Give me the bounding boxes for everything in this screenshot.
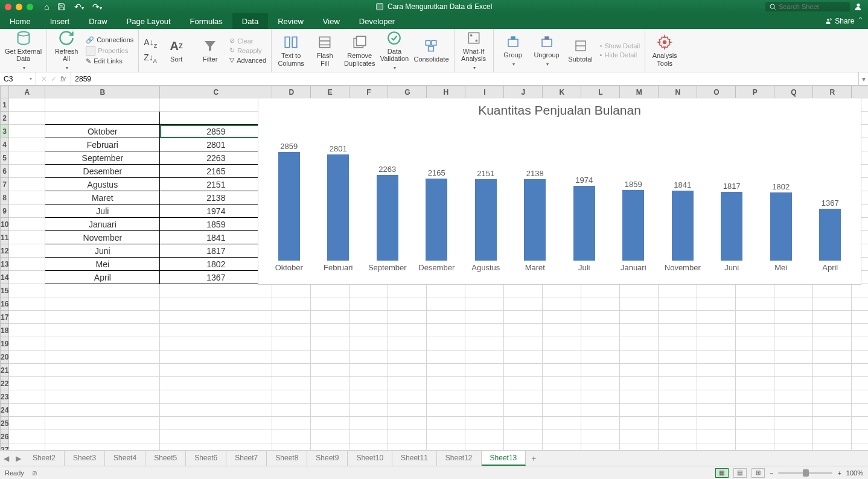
- cell[interactable]: [311, 324, 349, 337]
- what-if-button[interactable]: What-If Analysis: [459, 30, 488, 71]
- cell[interactable]: [9, 231, 45, 244]
- cell[interactable]: [9, 417, 45, 430]
- cell[interactable]: [427, 404, 465, 417]
- cell[interactable]: [272, 364, 311, 377]
- cell[interactable]: [852, 377, 868, 390]
- sort-desc-button[interactable]: Z↓A: [144, 52, 157, 64]
- cell[interactable]: [349, 324, 388, 337]
- cell[interactable]: [581, 351, 620, 364]
- cell[interactable]: [160, 417, 272, 430]
- cell[interactable]: [504, 417, 543, 430]
- cell[interactable]: [620, 364, 659, 377]
- cell[interactable]: [813, 284, 852, 297]
- cell[interactable]: [272, 284, 311, 297]
- cell[interactable]: [736, 364, 774, 377]
- cell[interactable]: [581, 297, 620, 311]
- row-header[interactable]: 15: [1, 284, 9, 297]
- cell[interactable]: [852, 443, 868, 451]
- cell[interactable]: [774, 443, 813, 451]
- tab-view[interactable]: View: [313, 13, 349, 29]
- cell[interactable]: [852, 404, 868, 417]
- cell[interactable]: [620, 417, 659, 430]
- cell[interactable]: [388, 364, 427, 377]
- cell[interactable]: [774, 417, 813, 430]
- add-sheet-button[interactable]: +: [526, 454, 541, 463]
- cell[interactable]: [349, 390, 388, 404]
- cell[interactable]: Desember: [45, 165, 160, 178]
- cell[interactable]: [852, 297, 868, 311]
- cell[interactable]: Mei: [45, 258, 160, 271]
- cell[interactable]: 2138: [160, 191, 272, 205]
- cell[interactable]: [9, 390, 45, 404]
- cell[interactable]: [543, 390, 581, 404]
- cell[interactable]: [9, 324, 45, 337]
- cell[interactable]: [697, 390, 736, 404]
- chart-bar[interactable]: 2263: [363, 165, 412, 261]
- cell[interactable]: [659, 351, 697, 364]
- cell[interactable]: [465, 364, 504, 377]
- sheet-tab-sheet4[interactable]: Sheet4: [105, 451, 145, 466]
- cell[interactable]: [620, 430, 659, 443]
- cell[interactable]: [9, 430, 45, 443]
- cell[interactable]: [160, 430, 272, 443]
- cell[interactable]: [543, 337, 581, 351]
- cell[interactable]: [272, 390, 311, 404]
- cell[interactable]: [697, 404, 736, 417]
- cell[interactable]: [736, 337, 774, 351]
- column-header[interactable]: A: [9, 86, 45, 98]
- cell[interactable]: [543, 311, 581, 324]
- cell[interactable]: 2165: [160, 165, 272, 178]
- cell[interactable]: [272, 377, 311, 390]
- cell[interactable]: [9, 112, 45, 125]
- chart-bar[interactable]: 1817: [707, 182, 756, 261]
- cell[interactable]: [160, 337, 272, 351]
- sheet-tab-sheet11[interactable]: Sheet11: [392, 451, 437, 466]
- cell[interactable]: 1974: [160, 205, 272, 218]
- cell[interactable]: September: [45, 151, 160, 165]
- cell[interactable]: [349, 417, 388, 430]
- column-header[interactable]: K: [543, 86, 581, 98]
- show-detail-button[interactable]: ▫Show Detail: [600, 42, 640, 49]
- sheet-tab-sheet7[interactable]: Sheet7: [226, 451, 267, 466]
- chart[interactable]: Kuantitas Penjualan Bulanan 285928012263…: [258, 98, 861, 285]
- spreadsheet-grid[interactable]: ABCDEFGHIJKLMNOPQRS12BulanKuantitas Penj…: [0, 86, 868, 450]
- cell[interactable]: [9, 284, 45, 297]
- cell[interactable]: [581, 337, 620, 351]
- cell[interactable]: [9, 244, 45, 258]
- sheet-tab-sheet6[interactable]: Sheet6: [186, 451, 226, 466]
- cell[interactable]: [852, 364, 868, 377]
- row-header[interactable]: 1: [1, 98, 9, 112]
- cell[interactable]: [9, 205, 45, 218]
- sheet-tab-sheet3[interactable]: Sheet3: [65, 451, 105, 466]
- flash-fill-button[interactable]: Flash Fill: [310, 34, 339, 66]
- cell[interactable]: Februari: [45, 138, 160, 151]
- advanced-filter-button[interactable]: ▽Advanced: [229, 56, 266, 64]
- column-header[interactable]: F: [349, 86, 388, 98]
- fx-icon[interactable]: fx: [60, 75, 66, 83]
- collapse-ribbon-icon[interactable]: ˆ: [859, 16, 862, 26]
- column-header[interactable]: R: [813, 86, 852, 98]
- cell[interactable]: 2801: [160, 138, 272, 151]
- cell[interactable]: [311, 284, 349, 297]
- properties-button[interactable]: Properties: [86, 46, 133, 56]
- cell[interactable]: [465, 430, 504, 443]
- cell[interactable]: [504, 443, 543, 451]
- row-header[interactable]: 27: [1, 443, 9, 451]
- column-header[interactable]: C: [160, 86, 272, 98]
- cell[interactable]: [45, 377, 160, 390]
- page-break-view-button[interactable]: ⊞: [752, 468, 765, 478]
- cell[interactable]: [9, 351, 45, 364]
- cell[interactable]: [581, 430, 620, 443]
- row-header[interactable]: 20: [1, 351, 9, 364]
- cell[interactable]: Oktober: [45, 125, 160, 138]
- cell[interactable]: [659, 311, 697, 324]
- cell[interactable]: [697, 430, 736, 443]
- chart-bar[interactable]: 2138: [511, 169, 559, 261]
- cell[interactable]: [504, 404, 543, 417]
- sheet-tab-sheet2[interactable]: Sheet2: [24, 451, 65, 466]
- cell[interactable]: [620, 297, 659, 311]
- zoom-out-button[interactable]: −: [770, 469, 773, 477]
- ungroup-button[interactable]: Ungroup: [532, 33, 561, 68]
- column-header[interactable]: H: [427, 86, 465, 98]
- cell[interactable]: [465, 337, 504, 351]
